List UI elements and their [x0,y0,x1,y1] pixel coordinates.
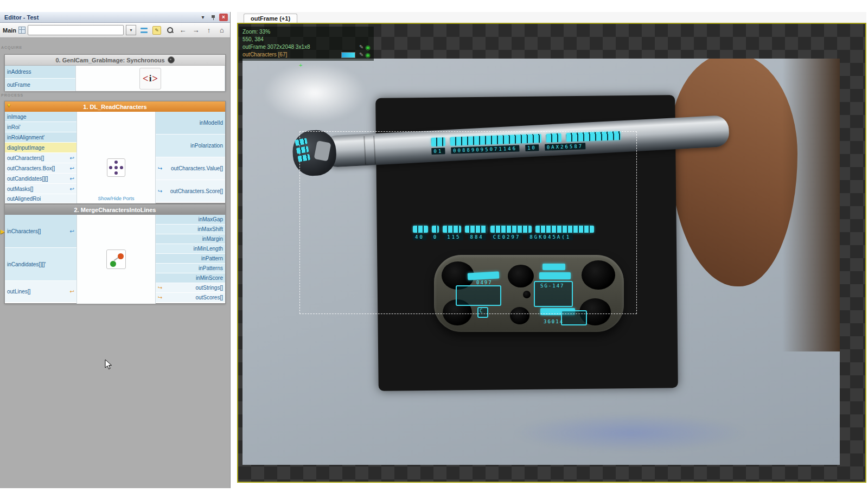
connection-icon[interactable]: ↩ [70,176,74,182]
back-button[interactable]: ← [177,25,188,36]
block0-state-icon[interactable] [168,56,175,63]
port-label: inCandidates[][]' [7,261,46,267]
port-inRoi[interactable]: inRoi' [5,122,76,132]
port-inMinScore[interactable]: inMinScore [156,273,225,283]
connection-icon[interactable]: ↪ [158,295,162,300]
edit-layer-icon[interactable]: ✎ [359,51,363,59]
editor-title: Editor - Test [4,14,197,21]
port-inAddress[interactable]: inAddress [5,66,75,79]
show-hide-ports-link[interactable]: Show/Hide Ports [77,196,155,201]
up-button[interactable]: ↑ [203,25,214,36]
ocr-text-group: 40 [413,234,426,240]
port-label: inPatterns [199,265,223,271]
port-label: inMaxGap [198,216,223,222]
connection-icon[interactable]: ↩ [70,289,74,295]
port-label: inRoi' [7,124,21,130]
connection-icon[interactable]: ↩ [70,228,74,234]
port-inMaxShift[interactable]: inMaxShift [156,225,225,234]
connection-icon[interactable]: ↪ [158,165,162,171]
port-inPattern[interactable]: inPattern [156,254,225,264]
ocr-text-group: 115 [445,234,463,240]
port-outCharacters-score[interactable]: ↪outCharacters.Score[] [156,180,225,202]
port-inPatterns[interactable]: inPatterns [156,264,225,273]
block0-header[interactable]: 0. GenICam_GrabImage: Synchronous [5,55,225,66]
port-label: diagInputImage [7,145,44,151]
characters-layer-info: outCharacters [67] [242,51,287,59]
block-merge-characters[interactable]: ▶ 2. MergeCharactersIntoLines inCharacte… [4,204,226,304]
port-label: inAddress [7,69,31,75]
program-workspace[interactable]: ACQUIRE 0. GenICam_GrabImage: Synchronou… [0,38,230,488]
port-label: inRoiAlignment' [7,135,44,140]
ocr-text-group: 0 [431,234,440,240]
port-label: outCharacters.Value[] [171,165,223,171]
camera-image[interactable]: 01 00889095071146 10 0AX26587 [242,59,840,465]
port-inCandidates[interactable]: inCandidates[][]' [5,248,76,281]
ocr-text-group: 01 [431,148,445,155]
connection-icon[interactable]: ↩ [70,186,74,192]
block2-body[interactable] [76,215,156,304]
cursor-coordinates: 550, 384 [242,36,264,43]
connection-icon[interactable]: ↩ [70,155,74,161]
port-inPolarization[interactable]: inPolarization [156,135,225,157]
port-inModelId[interactable]: inModelId [156,112,225,135]
port-outScores[interactable]: ↪outScores[] [156,293,225,303]
image-preview-panel[interactable]: 01 00889095071146 10 0AX26587 [237,23,866,483]
app-window: { "editor": { "window_title": "Editor - … [0,0,868,499]
port-inMinLength[interactable]: inMinLength [156,244,225,254]
port-outCharacters-box[interactable]: outCharacters.Box[]↩ [5,163,76,174]
port-inMargin[interactable]: inMargin [156,234,225,244]
pin-icon[interactable] [209,14,218,21]
block2-header[interactable]: 2. MergeCharactersIntoLines [5,204,225,215]
layer-color-swatch[interactable] [341,52,355,58]
block1-header[interactable]: ▼ 1. DL_ReadCharacters [5,101,225,112]
port-label: inPattern [201,255,223,261]
block-genicam-grabimage[interactable]: 0. GenICam_GrabImage: Synchronous inAddr… [4,54,226,91]
search-button[interactable] [164,25,175,36]
close-icon[interactable]: × [219,14,228,21]
layer-visibility-icon[interactable]: ◉ [365,43,371,51]
port-outCharacters-value[interactable]: ↪outCharacters.Value[] [156,157,225,180]
window-menu-icon[interactable]: ▾ [199,14,207,21]
hand-shadow [782,59,840,351]
connection-icon[interactable]: ↪ [158,285,162,291]
home-button[interactable]: ⌂ [216,25,227,36]
block-dl-readcharacters[interactable]: ▼ 1. DL_ReadCharacters inImage inRoi' in… [4,101,226,203]
connection-icon[interactable]: ↪ [158,188,162,194]
port-inMaxGap[interactable]: inMaxGap [156,215,225,225]
block1-body[interactable]: Show/Hide Ports [76,112,156,203]
port-outFrame[interactable]: outFrame [5,79,75,91]
connection-icon[interactable]: ↩ [70,165,74,171]
port-diagInputImage[interactable]: diagInputImage [5,143,76,153]
dl-filter-icon [107,158,125,177]
port-outMasks[interactable]: outMasks[]↩ [5,184,76,194]
tab-outframe[interactable]: outFrame (+1) [244,14,297,23]
port-outAlignedRoi[interactable]: outAlignedRoi [5,194,76,203]
port-outLines[interactable]: outLines[]↩ [5,281,76,303]
section-label-acquire: ACQUIRE [1,46,22,49]
ocr-text-group: 884 [468,234,486,240]
edit-button[interactable]: ✎ [151,25,162,36]
editor-toolbar: Main ▾ ✎ ← → ↑ ⌂ [0,23,230,38]
navigation-combo[interactable] [28,25,124,35]
edit-layer-icon[interactable]: ✎ [359,43,363,51]
frame-info: outFrame 3072x2048 3x1x8 [242,43,310,51]
roi-selection-rectangle[interactable] [299,131,637,314]
port-inCharacters[interactable]: inCharacters[]↩ [5,215,76,248]
combo-dropdown-button[interactable]: ▾ [126,25,136,35]
port-inRoiAlignment[interactable]: inRoiAlignment' [5,132,76,143]
editor-titlebar[interactable]: Editor - Test ▾ × [0,12,230,23]
port-outCandidates[interactable]: outCandidates[][]↩ [5,174,76,184]
port-outCharacters[interactable]: outCharacters[]↩ [5,153,76,163]
layer-visibility-icon[interactable]: ◉ [365,51,371,59]
genicam-code-icon: <i> [139,68,161,89]
blue-reflection [514,414,747,452]
forward-button[interactable]: → [190,25,201,36]
port-outStrings[interactable]: ↪outStrings[] [156,283,225,293]
port-inImage[interactable]: inImage [5,112,76,122]
mouse-cursor [105,359,113,370]
layout-toggle-button[interactable] [138,25,149,36]
ocr-text-group: 10 [525,144,539,151]
port-label: outCharacters.Score[] [170,188,223,194]
block1-title: 1. DL_ReadCharacters [83,104,146,110]
block0-body[interactable]: <i> [75,66,225,91]
